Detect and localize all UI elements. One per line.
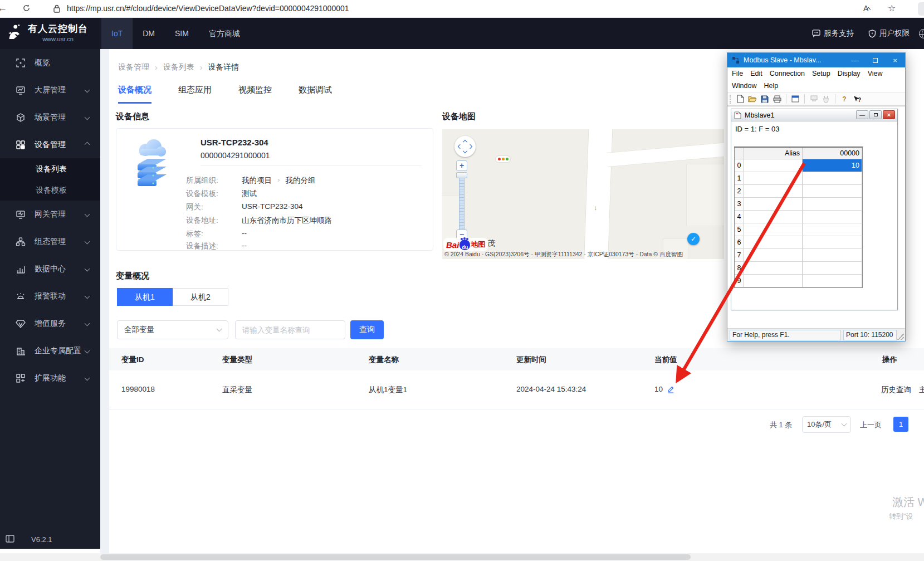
sidebar-item-devices[interactable]: 设备管理 (0, 131, 100, 158)
poll-definition-icon[interactable] (809, 95, 818, 104)
sidebar-item-enterprise-config[interactable]: 企业专属配置 (0, 337, 100, 364)
cutoff-action-link[interactable]: 主 (919, 385, 924, 395)
lock-icon[interactable] (53, 4, 60, 15)
prev-page-button[interactable]: 上一页 (860, 420, 882, 430)
child-minimize-button[interactable]: — (856, 110, 868, 119)
pencil-edit-icon[interactable] (667, 385, 675, 393)
display-window-icon[interactable] (791, 95, 800, 104)
cell-variable-type: 直采变量 (222, 385, 252, 395)
grid-row[interactable]: 9 (735, 275, 862, 287)
variable-search-input[interactable] (235, 320, 345, 339)
url-field[interactable]: https://mp.usr.cn/#/cloud/device/ViewDev… (67, 4, 349, 13)
sidebar-item-scenes[interactable]: 场景管理 (0, 104, 100, 131)
grid-row[interactable]: 8 (735, 262, 862, 275)
collapse-sidebar-icon[interactable] (6, 535, 14, 544)
modbus-slave-window[interactable]: Modbus Slave - Mbslav... — × File Edit C… (727, 52, 906, 342)
map-marker-icon[interactable]: ✓ (687, 233, 700, 245)
nav-tab-sim[interactable]: SIM (165, 18, 199, 49)
minimize-button[interactable]: — (845, 53, 865, 67)
map-pan-control[interactable] (454, 136, 476, 157)
map-zoom-control[interactable]: + − (456, 160, 467, 240)
nav-tab-dm[interactable]: DM (133, 18, 165, 49)
breadcrumb-device-manage[interactable]: 设备管理 (118, 62, 149, 72)
grid-row[interactable]: 4 (735, 211, 862, 223)
maximize-button[interactable] (865, 53, 885, 67)
menu-view[interactable]: View (868, 69, 883, 79)
permission-link[interactable]: 用户权限 (868, 28, 910, 38)
grid-row[interactable]: 7 (735, 249, 862, 262)
child-restore-button[interactable] (869, 110, 882, 119)
field-gateway: 网关: USR-TCP232-304 (186, 202, 303, 212)
back-icon[interactable]: ← (0, 2, 7, 14)
mbslave1-child-window[interactable]: Mbslave1 — × ID = 1: F = 03 Alias 00000 (731, 109, 898, 310)
tab-slave-2[interactable]: 从机2 (173, 288, 228, 306)
alarm-icon (16, 291, 26, 301)
tab-data-debug[interactable]: 数据调试 (299, 85, 332, 104)
open-file-icon[interactable] (748, 95, 757, 104)
brand[interactable]: 有人云控制台 www.usr.cn (7, 22, 88, 42)
about-help-icon[interactable]: ? (840, 95, 849, 104)
close-button[interactable]: × (885, 53, 905, 67)
device-map[interactable]: ↓ ✓ + − 茂 Bai du 地图 © 2024 Baidu - GS(20… (442, 129, 724, 259)
variable-type-select[interactable]: 全部变量 (117, 320, 228, 339)
grid-row[interactable]: 2 (735, 185, 862, 198)
grid-row[interactable]: 0 10 (735, 159, 862, 172)
child-close-button[interactable]: × (883, 110, 895, 119)
new-file-icon[interactable] (736, 95, 745, 104)
menu-setup[interactable]: Setup (812, 69, 830, 79)
menu-file[interactable]: File (732, 69, 743, 79)
org-project[interactable]: 我的项目 (242, 175, 272, 186)
zoom-slider-handle[interactable] (456, 172, 467, 178)
menu-window[interactable]: Window (732, 81, 756, 91)
zoom-slider-track[interactable] (459, 178, 465, 230)
tab-device-overview[interactable]: 设备概况 (118, 85, 151, 104)
menu-display[interactable]: Display (838, 69, 861, 79)
org-group[interactable]: 我的分组 (286, 175, 316, 186)
resize-grip[interactable] (897, 333, 904, 340)
modbus-titlebar[interactable]: Modbus Slave - Mbslav... — × (727, 53, 905, 67)
refresh-icon[interactable] (22, 4, 31, 14)
save-icon[interactable] (760, 95, 769, 104)
support-link[interactable]: 服务支持 (812, 28, 854, 38)
sidebar-item-device-template[interactable]: 设备模板 (0, 179, 100, 201)
tab-video-monitor[interactable]: 视频监控 (238, 85, 272, 104)
scrollbar-thumb[interactable] (100, 554, 691, 560)
page-1-button[interactable]: 1 (893, 417, 908, 432)
sidebar-item-extensions[interactable]: 扩展功能 (0, 364, 100, 392)
tab-slave-1[interactable]: 从机1 (117, 288, 173, 306)
grid-row[interactable]: 6 (735, 236, 862, 249)
register-grid[interactable]: Alias 00000 0 10 1 2 (734, 147, 863, 288)
search-button[interactable]: 查询 (350, 320, 384, 339)
sidebar-item-screens[interactable]: 大屏管理 (0, 76, 100, 104)
grid-row[interactable]: 3 (735, 198, 862, 211)
sidebar-item-overview[interactable]: 概览 (0, 49, 100, 76)
favorite-star-icon[interactable]: ☆ (888, 3, 896, 13)
tab-scada-app[interactable]: 组态应用 (178, 85, 212, 104)
horizontal-scrollbar[interactable] (0, 553, 924, 561)
context-help-icon[interactable]: ? (852, 95, 861, 104)
read-aloud-icon[interactable]: A (863, 4, 872, 13)
nav-tab-iot[interactable]: IoT (101, 18, 133, 49)
zoom-in-button[interactable]: + (456, 160, 467, 171)
sidebar-item-configuration[interactable]: 组态管理 (0, 228, 100, 255)
sidebar-item-device-list[interactable]: 设备列表 (0, 158, 100, 179)
menu-connection[interactable]: Connection (770, 69, 805, 79)
connection-icon[interactable] (822, 95, 830, 104)
selected-register-cell[interactable]: 10 (803, 159, 862, 172)
menu-edit[interactable]: Edit (750, 69, 762, 79)
page-size-select[interactable]: 10条/页 (802, 416, 851, 433)
child-titlebar[interactable]: Mbslave1 — × (731, 109, 897, 121)
sidebar-item-gateways[interactable]: 网关管理 (0, 201, 100, 228)
menu-help[interactable]: Help (764, 81, 778, 91)
globe-icon[interactable] (919, 29, 924, 38)
print-icon[interactable] (773, 95, 781, 104)
breadcrumb-device-list[interactable]: 设备列表 (163, 62, 194, 72)
nav-tab-mall[interactable]: 官方商城 (199, 18, 250, 49)
grid-row[interactable]: 5 (735, 223, 862, 236)
history-query-link[interactable]: 历史查询 (881, 385, 911, 395)
grid-row[interactable]: 1 (735, 172, 862, 185)
sidebar-item-alarms[interactable]: 报警联动 (0, 282, 100, 310)
baidu-logo: Bai du 地图 (443, 238, 488, 251)
sidebar-item-value-added[interactable]: 增值服务 (0, 310, 100, 337)
sidebar-item-data-center[interactable]: 数据中心 (0, 255, 100, 282)
